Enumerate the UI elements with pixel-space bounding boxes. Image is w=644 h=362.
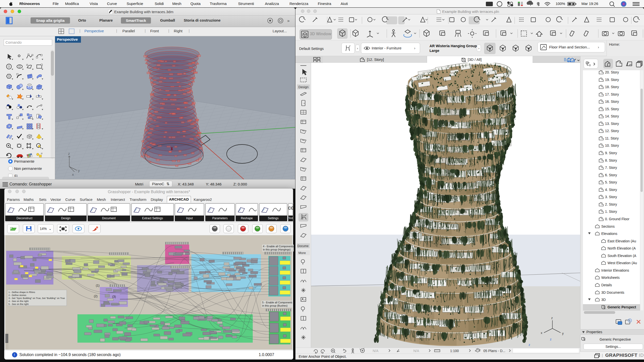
svg-text:1:100: 1:100 xyxy=(450,349,459,353)
svg-text:y: y xyxy=(78,168,80,172)
svg-text:x: x xyxy=(72,172,74,176)
svg-text:x: x xyxy=(541,331,542,335)
svg-text:!: ! xyxy=(14,353,15,357)
svg-text:y: y xyxy=(562,332,564,335)
svg-text:z: z xyxy=(528,343,530,346)
svg-text:Design: Design xyxy=(298,85,308,89)
svg-text:N/A: N/A xyxy=(373,349,378,353)
svg-text:05 Plans - D...: 05 Plans - D... xyxy=(483,349,506,353)
svg-text:N/A: N/A xyxy=(413,349,419,353)
svg-text:z: z xyxy=(550,338,552,341)
svg-text:z: z xyxy=(68,152,70,156)
svg-text:Docume: Docume xyxy=(298,244,308,248)
svg-text:z: z xyxy=(551,316,553,320)
svg-text:More: More xyxy=(298,251,306,255)
svg-text:»: » xyxy=(287,18,290,23)
